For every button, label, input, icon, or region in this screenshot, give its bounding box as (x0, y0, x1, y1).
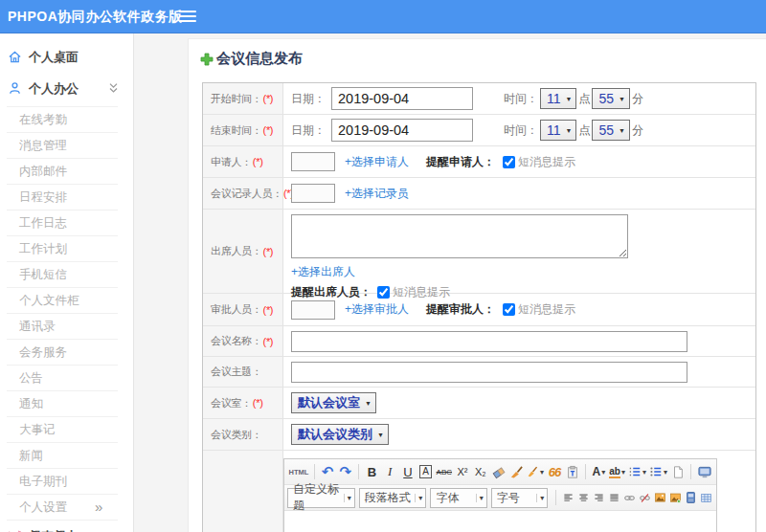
sidebar-item[interactable]: 在线考勤 (7, 107, 118, 133)
unordered-list-button[interactable] (648, 462, 668, 481)
sidebar-item[interactable]: 会务服务 (7, 340, 118, 366)
html-source-button[interactable]: HTML (288, 462, 310, 481)
sidebar-item[interactable]: 通讯录 (7, 314, 118, 340)
strikethrough-button[interactable]: ABC (436, 462, 453, 481)
remind-applicant-label: 提醒申请人： (426, 154, 495, 170)
form-row-recorder: 会议记录人员：(*) +选择记录员 (203, 178, 755, 210)
date-label: 日期： (291, 122, 326, 139)
form-row-attendees: 出席人员：(*) +选择出席人 提醒出席人员： 短消息提示 (203, 210, 755, 294)
eraser-icon (491, 465, 506, 479)
meeting-subject-input[interactable] (291, 362, 687, 383)
recorder-input[interactable] (291, 184, 335, 203)
sidebar-item[interactable]: 工作日志 (7, 211, 118, 236)
choose-attendee-link[interactable]: +选择出席人 (291, 265, 355, 278)
paint-brush-icon (527, 465, 539, 478)
sidebar-item-desktop[interactable]: 个人桌面 (0, 41, 133, 73)
sidebar-item[interactable]: 公告 (7, 366, 118, 391)
sidebar-item[interactable]: 大事记 (7, 417, 118, 443)
align-right-button[interactable] (593, 488, 605, 507)
field-label: 申请人： (211, 155, 252, 169)
remind-applicant-checkbox[interactable] (503, 156, 515, 168)
start-date-input[interactable] (331, 87, 473, 110)
paragraph-format-select[interactable]: 段落格式 (359, 488, 427, 508)
remind-approver-checkbox[interactable] (503, 303, 515, 316)
form-row-meeting-category: 会议类别： 默认会议类别 (203, 419, 755, 451)
media-button[interactable] (685, 488, 697, 507)
sidebar-item-settings[interactable]: 个人设置 » (7, 495, 118, 521)
meeting-name-input[interactable] (291, 331, 687, 352)
clean-format-button[interactable] (507, 462, 525, 481)
align-justify-button[interactable] (608, 488, 620, 507)
superscript-button[interactable]: X² (454, 462, 471, 481)
choose-approver-link[interactable]: +选择审批人 (345, 301, 409, 318)
sidebar-item[interactable]: 个人文件柜 (7, 288, 118, 314)
redo-button[interactable]: ↷ (337, 462, 354, 481)
time-label: 时间： (504, 122, 538, 139)
custom-title-select[interactable]: 自定义标题 (287, 488, 355, 508)
font-size-select[interactable]: 字号 (491, 488, 548, 508)
sidebar-item[interactable]: 手机短信 (7, 262, 118, 288)
field-label: 会议记录人员： (211, 187, 282, 201)
align-left-button[interactable] (562, 488, 574, 507)
blockquote-button[interactable]: 66 (546, 462, 563, 481)
underline-button[interactable]: U (399, 462, 417, 481)
sidebar-item-supervise[interactable]: 督查督办 » (0, 521, 133, 532)
monitor-icon (697, 465, 712, 479)
required-mark: (*) (263, 246, 274, 257)
sidebar-item[interactable]: 新闻 (7, 443, 118, 469)
new-page-button[interactable] (669, 462, 687, 481)
ordered-list-icon (628, 465, 642, 478)
clipboard-icon (566, 465, 579, 479)
approver-input[interactable] (291, 300, 335, 320)
meeting-room-select[interactable]: 默认会议室 (291, 392, 376, 413)
sidebar-item-office[interactable]: 个人办公 (0, 73, 133, 104)
font-family-select[interactable]: 字体 (430, 488, 486, 508)
choose-applicant-link[interactable]: +选择申请人 (345, 154, 409, 170)
align-center-button[interactable] (577, 488, 590, 507)
menu-toggle-icon[interactable] (179, 11, 196, 23)
image-button[interactable] (654, 488, 666, 507)
paste-button[interactable] (564, 462, 581, 481)
sidebar-item[interactable]: 通知 (7, 391, 118, 417)
attendees-textarea[interactable] (291, 214, 628, 258)
insert-image-button[interactable] (669, 488, 682, 507)
image-plus-icon (670, 492, 681, 504)
time-label: 时间： (504, 91, 538, 107)
end-hour-select[interactable]: 11 (540, 120, 576, 141)
unlink-button[interactable] (639, 488, 651, 507)
broom-icon (509, 465, 524, 479)
applicant-input[interactable] (291, 152, 335, 171)
meeting-category-select[interactable]: 默认会议类别 (291, 424, 389, 445)
link-button[interactable] (623, 488, 636, 507)
chevron-double-down-icon (107, 81, 120, 95)
choose-recorder-link[interactable]: +选择记录员 (345, 186, 409, 202)
sms-label: 短消息提示 (518, 301, 575, 318)
minute-unit: 分 (632, 122, 643, 139)
sidebar-item[interactable]: 工作计划 (7, 236, 118, 262)
sidebar-item-label: 个人办公 (29, 80, 79, 98)
italic-button[interactable]: I (381, 462, 398, 481)
table-button[interactable] (700, 488, 712, 507)
sidebar-item[interactable]: 日程安排 (7, 185, 118, 211)
sidebar-item[interactable]: 电子期刊 (7, 469, 118, 495)
editor-content-area[interactable] (284, 511, 716, 532)
bold-button[interactable]: B (364, 462, 381, 481)
ordered-list-button[interactable] (627, 462, 647, 481)
font-border-button[interactable]: A (417, 462, 435, 481)
required-mark: (*) (263, 304, 274, 316)
start-hour-select[interactable]: 11 (540, 88, 576, 109)
font-color-button[interactable]: A (590, 462, 607, 481)
undo-button[interactable]: ↶ (319, 462, 336, 481)
end-date-input[interactable] (331, 119, 473, 142)
form-row-end-time: 结束时间：(*) 日期： 时间： 11 点 55 分 (203, 115, 755, 146)
paint-format-button[interactable] (526, 462, 545, 481)
end-minute-select[interactable]: 55 (592, 120, 630, 141)
sidebar-item[interactable]: 内部邮件 (7, 159, 118, 185)
sidebar-item[interactable]: 消息管理 (7, 133, 118, 159)
subscript-button[interactable]: X₂ (472, 462, 489, 481)
eraser-button[interactable] (490, 462, 507, 481)
start-minute-select[interactable]: 55 (592, 88, 630, 109)
fullscreen-button[interactable] (696, 462, 713, 481)
highlight-color-button[interactable]: ab (608, 462, 626, 481)
form-row-approver: 审批人员：(*) +选择审批人 提醒审批人： 短消息提示 (203, 294, 755, 326)
